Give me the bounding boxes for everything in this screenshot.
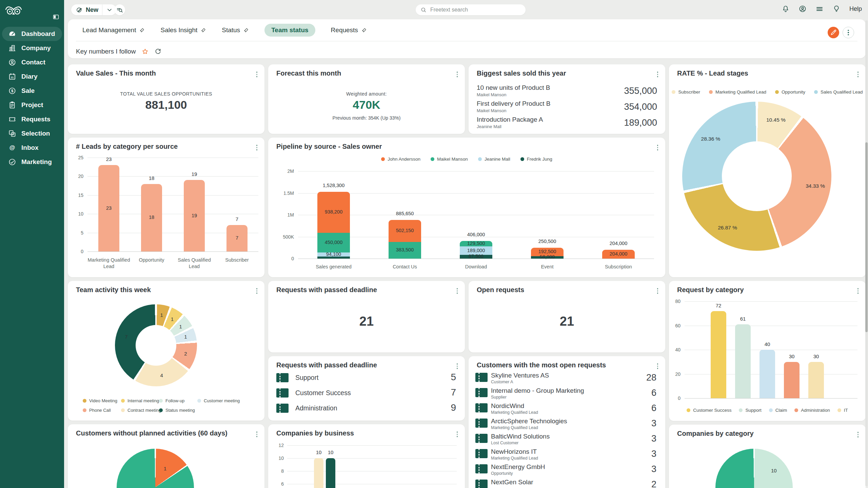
card-menu-icon[interactable] xyxy=(255,430,259,438)
kpi-value: 21 xyxy=(268,314,465,329)
legend-dot xyxy=(121,399,125,403)
card-menu-icon[interactable] xyxy=(255,70,259,78)
dot xyxy=(657,368,658,369)
chevron-down-icon[interactable] xyxy=(106,6,113,13)
axis-tick-label: 2M xyxy=(276,168,294,174)
card-menu-icon[interactable] xyxy=(656,362,659,370)
category-label: Subscriber xyxy=(216,257,258,263)
scrollbar[interactable] xyxy=(865,20,868,486)
card-request-by-category: Request by category 0204060807261403030C… xyxy=(669,281,866,421)
sidebar-item-inbox[interactable]: @Inbox xyxy=(2,141,62,155)
card-customers-without-activities: Customers without planned activities (60… xyxy=(68,424,264,488)
sidebar-item-diary[interactable]: 21Diary xyxy=(2,69,62,84)
card-customers-most-open-requests: Customers with the most open requests Sk… xyxy=(469,356,665,488)
dot xyxy=(256,76,258,77)
card-menu-icon[interactable] xyxy=(456,287,459,295)
company-icon xyxy=(8,44,16,52)
customer-name[interactable]: NextEnergy GmbH xyxy=(491,463,545,471)
account-icon[interactable] xyxy=(798,5,807,13)
gridline xyxy=(287,458,457,459)
tab-team-status[interactable]: Team status xyxy=(264,24,315,37)
more-options-button[interactable] xyxy=(843,27,854,38)
card-menu-icon[interactable] xyxy=(856,70,860,78)
customer-name[interactable]: ArcticSphere Technologies xyxy=(491,418,567,425)
total-label: 1,528,300 xyxy=(315,183,352,188)
application-window: DashboardCompanyContact21Diary$SaleProje… xyxy=(0,0,868,488)
kpi-value: 21 xyxy=(469,314,665,329)
tab-requests[interactable]: Requests xyxy=(331,26,367,34)
tips-icon[interactable] xyxy=(832,5,841,13)
bar[interactable] xyxy=(735,324,751,398)
dot xyxy=(657,149,658,150)
card-menu-icon[interactable] xyxy=(656,144,659,151)
card-menu-icon[interactable] xyxy=(255,287,259,295)
sidebar-item-requests[interactable]: Requests xyxy=(2,112,62,126)
tab-lead-management[interactable]: Lead Management xyxy=(82,26,145,34)
sale-list-item[interactable]: 10 new units of Product BMaikel Manson35… xyxy=(477,84,657,100)
dot xyxy=(256,147,258,148)
tab-status[interactable]: Status xyxy=(222,26,249,34)
sidebar-item-marketing[interactable]: Marketing xyxy=(2,155,62,169)
menu-icon[interactable] xyxy=(815,5,824,13)
bar[interactable] xyxy=(326,458,335,488)
request-count: 5 xyxy=(451,372,456,383)
bar[interactable] xyxy=(808,362,824,398)
customer-name[interactable]: NordicWind xyxy=(491,402,524,410)
sale-list-item[interactable]: Introduction Package AJeanine Mall189,00… xyxy=(477,116,657,131)
edit-dashboard-button[interactable] xyxy=(828,27,839,38)
sidebar-item-project[interactable]: Project xyxy=(2,98,62,112)
sale-list-item[interactable]: First delivery of Product BMaikel Manson… xyxy=(477,100,657,116)
bar[interactable] xyxy=(784,362,800,398)
sidebar-collapse-icon[interactable] xyxy=(53,14,59,20)
help-link[interactable]: Help xyxy=(849,5,862,13)
total-label: 885,650 xyxy=(386,211,423,216)
axis-tick-label: 0 xyxy=(276,256,294,261)
card-menu-icon[interactable] xyxy=(456,70,459,78)
customer-name[interactable]: NewHorizons IT xyxy=(491,448,537,455)
customer-status: Marketing Qualified Lead xyxy=(491,425,538,430)
customer-name[interactable]: Internal demo - Group Marketing xyxy=(491,387,584,394)
slice-label: 1 xyxy=(148,466,182,471)
card-menu-icon[interactable] xyxy=(456,430,459,438)
customer-name[interactable]: NextGen Solar xyxy=(491,479,533,486)
card-menu-icon[interactable] xyxy=(255,144,259,151)
sidebar-item-contact[interactable]: Contact xyxy=(2,55,62,69)
legend-dot xyxy=(159,408,163,412)
new-compose-icon xyxy=(76,6,83,13)
sidebar-item-selection[interactable]: Selection xyxy=(2,126,62,141)
request-category-label[interactable]: Customer Success xyxy=(295,389,351,397)
sidebar-item-label: Diary xyxy=(21,73,38,80)
card-menu-icon[interactable] xyxy=(656,70,659,78)
search-input[interactable] xyxy=(430,6,509,13)
request-category-label[interactable]: Support xyxy=(295,374,318,382)
bar[interactable] xyxy=(314,458,323,488)
request-category-label[interactable]: Administration xyxy=(295,404,337,412)
axis-tick-label: 6 xyxy=(271,481,284,487)
search-bar[interactable] xyxy=(416,4,526,15)
notifications-icon[interactable] xyxy=(782,5,790,13)
tab-sales-insight[interactable]: Sales Insight xyxy=(160,26,206,34)
card-menu-icon[interactable] xyxy=(456,362,459,370)
favorite-star-icon[interactable] xyxy=(142,48,149,55)
tab-label: Requests xyxy=(331,26,358,34)
scrollbar-thumb[interactable] xyxy=(865,142,868,332)
dot xyxy=(657,363,658,365)
refresh-icon[interactable] xyxy=(155,48,161,55)
sidebar-item-company[interactable]: Company xyxy=(2,41,62,55)
card-menu-icon[interactable] xyxy=(856,287,860,295)
segment-value-label: 204,000 xyxy=(600,251,637,257)
axis-tick-label: 0 xyxy=(663,395,680,401)
legend-label: Support xyxy=(745,408,761,413)
find-button[interactable] xyxy=(114,4,125,15)
customer-name[interactable]: BalticWind Solutions xyxy=(491,433,550,440)
new-button[interactable]: New xyxy=(71,4,116,15)
sidebar-item-dashboard[interactable]: Dashboard xyxy=(2,27,62,41)
slice-label: 1 xyxy=(164,324,198,329)
dot xyxy=(857,436,859,438)
bar[interactable] xyxy=(711,311,726,398)
customer-name[interactable]: Skyline Ventures AS xyxy=(491,372,549,379)
sidebar-item-sale[interactable]: $Sale xyxy=(2,84,62,98)
bar-value-label: 19 xyxy=(176,171,213,177)
card-menu-icon[interactable] xyxy=(856,431,860,439)
card-menu-icon[interactable] xyxy=(656,287,659,295)
